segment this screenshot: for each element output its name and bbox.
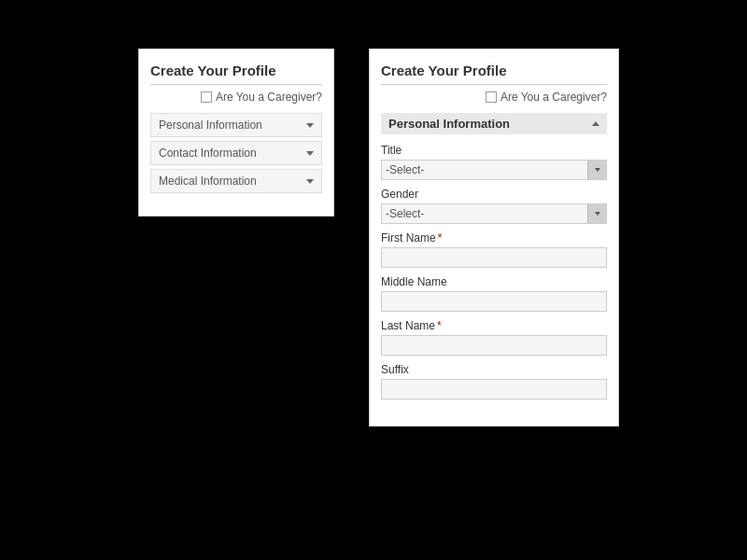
right-caregiver-checkbox[interactable] <box>486 91 497 103</box>
field-title: Title -Select- <box>381 144 607 180</box>
accordion-medical[interactable]: Medical Information <box>150 169 322 193</box>
accordion-personal-label: Personal Information <box>159 119 262 132</box>
title-select-wrapper[interactable]: -Select- <box>381 160 607 180</box>
accordion-contact-label: Contact Information <box>159 147 257 160</box>
middle-name-input[interactable] <box>381 291 607 312</box>
first-name-input[interactable] <box>381 247 607 268</box>
title-select-arrow-btn[interactable] <box>587 161 606 179</box>
accordion-contact-arrow-icon <box>306 151 314 156</box>
gender-select-wrapper[interactable]: -Select- <box>381 203 607 224</box>
accordion-contact[interactable]: Contact Information <box>150 141 322 165</box>
right-panel-title: Create Your Profile <box>381 63 607 78</box>
accordion-personal-arrow-icon <box>306 123 314 128</box>
section-header-personal[interactable]: Personal Information <box>381 113 607 134</box>
accordion-contact-header[interactable]: Contact Information <box>151 142 321 164</box>
field-first-name: First Name* <box>381 231 607 268</box>
section-header-label: Personal Information <box>388 117 510 131</box>
accordion-personal-header[interactable]: Personal Information <box>151 114 321 136</box>
left-panel-divider <box>150 84 322 85</box>
section-collapse-icon <box>592 121 599 126</box>
gender-chevron-down-icon <box>595 212 600 216</box>
last-name-input[interactable] <box>381 335 607 356</box>
title-select[interactable]: -Select- <box>382 161 587 178</box>
gender-select-arrow-btn[interactable] <box>587 204 606 223</box>
accordion-medical-header[interactable]: Medical Information <box>151 170 321 192</box>
right-caregiver-row: Are You a Caregiver? <box>381 91 607 104</box>
left-caregiver-row: Are You a Caregiver? <box>150 91 322 104</box>
left-caregiver-checkbox[interactable] <box>201 91 212 103</box>
accordion-personal[interactable]: Personal Information <box>150 113 322 137</box>
middle-name-label: Middle Name <box>381 275 607 288</box>
gender-select[interactable]: -Select- <box>382 205 587 222</box>
last-name-label: Last Name* <box>381 319 607 332</box>
title-label: Title <box>381 144 607 157</box>
field-gender: Gender -Select- <box>381 188 607 224</box>
last-name-required-star: * <box>437 319 442 332</box>
right-panel-divider <box>381 84 607 85</box>
field-suffix: Suffix <box>381 363 607 399</box>
left-panel-title: Create Your Profile <box>150 63 322 78</box>
first-name-label: First Name* <box>381 231 607 245</box>
right-caregiver-label: Are You a Caregiver? <box>500 91 607 104</box>
field-last-name: Last Name* <box>381 319 607 356</box>
gender-label: Gender <box>381 188 607 201</box>
field-middle-name: Middle Name <box>381 275 607 312</box>
right-panel: Create Your Profile Are You a Caregiver?… <box>369 49 619 427</box>
accordion-medical-label: Medical Information <box>159 175 257 188</box>
first-name-required-star: * <box>438 231 443 245</box>
accordion-medical-arrow-icon <box>306 179 314 184</box>
suffix-label: Suffix <box>381 363 607 376</box>
left-caregiver-label: Are You a Caregiver? <box>216 91 322 104</box>
suffix-input[interactable] <box>381 379 607 399</box>
title-chevron-down-icon <box>595 168 600 172</box>
left-panel: Create Your Profile Are You a Caregiver?… <box>138 49 334 217</box>
